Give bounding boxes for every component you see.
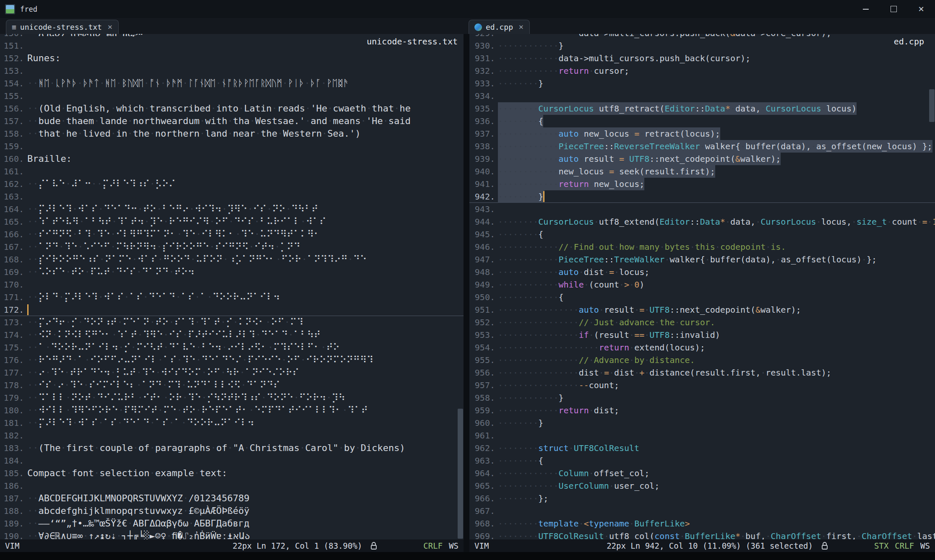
buffer-line[interactable]: 966.········}; [469, 492, 935, 505]
buffer-line[interactable]: 156.··(Old·English,·which·transcribed·in… [0, 102, 464, 115]
pane-divider[interactable] [464, 34, 469, 552]
buffer-line[interactable]: 179.··⠩⠁⠇⠇·⠝⠕⠞·⠙⠊⠌⠥⠗⠃·⠊⠞⠂·⠕⠗·⠹⠑·⡊⠳⠝⠞⠗⠹⠰⠎… [0, 391, 464, 404]
buffer-line[interactable]: 170. [0, 278, 464, 291]
buffer-line[interactable]: 160.Braille: [0, 153, 464, 165]
buffer-line[interactable]: 186. [0, 480, 464, 492]
buffer-line[interactable]: 158.··that·he·lived·in·the·northern·land… [0, 127, 464, 140]
scrollbar-left[interactable] [457, 34, 464, 539]
buffer-line[interactable]: 929.················data->multi_cursors.… [469, 34, 935, 39]
buffer-line[interactable]: 937.············auto·new_locus·=·retract… [469, 127, 935, 140]
buffer-line[interactable]: 942.········} [469, 190, 935, 203]
buffer-line[interactable]: 951.················auto·result·=·UTF8::… [469, 303, 935, 316]
buffer-line[interactable]: 187.··ABCDEFGHIJKLMNOPQRSTUVWXYZ·/012345… [0, 492, 464, 505]
buffer-line[interactable]: 956.················dist·=·dist·+·distan… [469, 366, 935, 379]
buffer-line[interactable]: 188.··abcdefghijklmnopqrstuvwxyz·£©µÀÆÖÞ… [0, 505, 464, 517]
scrollbar-right[interactable] [929, 34, 935, 539]
buffer-line[interactable]: 964.············Column·offset_col; [469, 467, 935, 480]
buffer-line[interactable]: 962.········struct·UTF8ColResult [469, 442, 935, 454]
buffer-line[interactable]: 944.········CursorLocus·utf8_extend(Edit… [469, 215, 935, 228]
buffer-line[interactable]: 166.··⠎⠊⠛⠝⠫·⠃⠹·⠹⠑·⠊⠇⠻⠛⠹⠍⠁⠝⠂·⠹⠑·⠊⠇⠻⠅⠂·⠹⠑·… [0, 228, 464, 241]
maximize-button[interactable] [880, 0, 907, 18]
buffer-line[interactable]: 931.············data->multi_cursors.push… [469, 52, 935, 65]
buffer-line[interactable]: 943. [469, 203, 935, 215]
buffer-line[interactable]: 173.··⡍⠔⠙⠖·⡊·⠙⠕⠝⠰⠞·⠍⠑⠁⠝·⠞⠕·⠎⠁⠹·⠹⠁⠞·⡊·⠅⠝⠪… [0, 316, 464, 329]
buffer-line[interactable]: 936.········{ [469, 115, 935, 127]
buffer-line[interactable]: 162.··⡌⠁⠧⠑·⠼⠁⠒··⡍⠜⠇⠑⠹⠰⠎·⡣⠕⠌ [0, 178, 464, 190]
buffer-line[interactable]: 952.················//·Just·advance·the·… [469, 316, 935, 329]
buffer-line[interactable]: 946.············//·Find·out·how·many·byt… [469, 241, 935, 253]
tab-close-icon[interactable]: ✕ [518, 23, 524, 31]
buffer-line[interactable]: 934. [469, 90, 935, 102]
buffer-line[interactable]: 948.············auto·dist·=·locus; [469, 266, 935, 278]
buffer-line[interactable]: 174.··⠪⠝·⠅⠝⠪⠇⠫⠛⠑⠂·⠱⠁⠞·⠹⠻⠑·⠊⠎·⠏⠜⠞⠊⠊⠥⠇⠜⠇⠹·… [0, 329, 464, 341]
editor-pane-right[interactable]: 929.················data->multi_cursors.… [469, 34, 935, 552]
buffer-line[interactable]: 959.············return·dist; [469, 404, 935, 417]
buffer-line[interactable]: 180.··⠺⠊⠇⠇·⠹⠻⠑⠋⠕⠗⠑·⠏⠻⠍⠊⠞·⠍⠑·⠞⠕·⠗⠑⠏⠑⠁⠞⠂·⠑… [0, 404, 464, 417]
buffer-line[interactable]: 164.··⡍⠜⠇⠑⠹·⠺⠁⠎·⠙⠑⠁⠙⠒·⠞⠕·⠃⠑⠛⠔·⠺⠊⠹⠲·⡹⠻⠑·⠊… [0, 203, 464, 215]
buffer-line[interactable]: 940.············new_locus·=·seek(result.… [469, 165, 935, 178]
tab-ed-cpp[interactable]: ed.cpp ✕ [469, 20, 530, 34]
buffer-line[interactable]: 935.········CursorLocus·utf8_retract(Edi… [469, 102, 935, 115]
buffer-line[interactable]: 947.············PieceTree::TreeWalker·wa… [469, 253, 935, 266]
buffer-line[interactable]: 181.··⡍⠜⠇⠑⠹·⠺⠁⠎·⠁⠎·⠙⠑⠁⠙·⠁⠎·⠁·⠙⠕⠕⠗⠤⠝⠁⠊⠇⠲ [0, 417, 464, 429]
buffer-line[interactable]: 185.Compact·font·selection·example·text: [0, 467, 464, 480]
buffer-line[interactable]: 189.··–—‘“”„†•…‰™œŠŸž€·ΑΒΓΔΩαβγδω·АБВГДа… [0, 517, 464, 530]
buffer-line[interactable]: 159. [0, 140, 464, 153]
buffer-line[interactable]: 941.············return·new_locus; [469, 178, 935, 190]
buffer-line[interactable]: 178.··⠊⠎·⠔·⠹⠑·⠎⠊⠍⠊⠇⠑⠆·⠁⠝⠙·⠍⠹·⠥⠝⠙⠁⠇⠇⠪⠫·⠙⠁… [0, 379, 464, 391]
buffer-line[interactable]: 175.··⠁·⠙⠕⠕⠗⠤⠝⠁⠊⠇⠲·⡊·⠍⠊⠣⠞·⠙⠁⠧⠑·⠃⠑⠲·⠔⠊⠇⠔⠫… [0, 341, 464, 354]
buffer-line[interactable]: 184. [0, 454, 464, 467]
buffer-line[interactable]: 152.Runes: [0, 52, 464, 65]
buffer-line[interactable]: 169.··⠡⠕⠎⠑·⠞⠕·⠏⠥⠞·⠙⠊⠎·⠙⠁⠝⠙·⠞⠕⠲ [0, 266, 464, 278]
buffer-line[interactable]: 183.··(The·first·couple·of·paragraphs·of… [0, 442, 464, 454]
tab-unicode-stress-txt[interactable]: ≡ unicode-stress.txt ✕ [6, 20, 119, 34]
buffer-line[interactable]: 176.··⠗⠑⠛⠜⠙·⠁·⠊⠕⠋⠋⠔⠤⠝⠁⠊⠇·⠁⠎·⠹⠑·⠙⠑⠁⠙⠑⠌·⠏⠊… [0, 354, 464, 366]
minimize-button[interactable] [852, 0, 880, 18]
text-buffer-left[interactable]: 150.··እግርህን·በፍራሽህ·ልክ·ዘርጋ።151.152.Runes:1… [0, 34, 464, 542]
buffer-line[interactable]: 157.··bude·thaem·lande·northweardum·with… [0, 115, 464, 127]
buffer-line[interactable]: 930.············} [469, 39, 935, 52]
buffer-line[interactable]: 960.········} [469, 417, 935, 429]
whitespace-dots: · [201, 367, 207, 378]
buffer-line[interactable]: 155. [0, 90, 464, 102]
tab-close-icon[interactable]: ✕ [107, 23, 113, 31]
buffer-line[interactable]: 938.············PieceTree::ReverseTreeWa… [469, 140, 935, 153]
whitespace-dots: ········ [498, 217, 538, 227]
buffer-line[interactable]: 172. [0, 303, 464, 316]
buffer-line[interactable]: 955.················//·Advance·by·distan… [469, 354, 935, 366]
buffer-line[interactable]: 945.········{ [469, 228, 935, 241]
buffer-line[interactable]: 154.··ᚻᛖ·ᚳᚹᚫᚦ·ᚦᚫᛏ·ᚻᛖ·ᛒᚢᛞᛖ·ᚩᚾ·ᚦᚫᛗ·ᛚᚪᚾᛞᛖ·ᚾ… [0, 77, 464, 90]
buffer-line[interactable]: 933.········} [469, 77, 935, 90]
titlebar[interactable]: fred ✕ [0, 0, 935, 18]
buffer-line[interactable]: 171.··⡕⠇⠙·⡍⠜⠇⠑⠹·⠺⠁⠎·⠁⠎·⠙⠑⠁⠙·⠁⠎·⠁·⠙⠕⠕⠗⠤⠝⠁… [0, 291, 464, 303]
buffer-line[interactable]: 963.········{ [469, 454, 935, 467]
close-button[interactable]: ✕ [907, 0, 935, 18]
buffer-line[interactable]: 957.················--count; [469, 379, 935, 391]
buffer-line[interactable]: 153. [0, 65, 464, 77]
buffer-line[interactable]: 161. [0, 165, 464, 178]
buffer-line[interactable]: 949.············while·(count·>·0) [469, 278, 935, 291]
buffer-line[interactable]: 953.················if·(result·==·UTF8::… [469, 329, 935, 341]
editor-pane-left[interactable]: 150.··እግርህን·በፍራሽህ·ልክ·ዘርጋ።151.152.Runes:1… [0, 34, 464, 552]
buffer-line[interactable]: 968.········template·<typename·BufferLik… [469, 517, 935, 530]
code-token: ⠁ [78, 355, 84, 365]
buffer-line[interactable]: 932.············return·cursor; [469, 65, 935, 77]
status-badge: WS [920, 541, 930, 550]
buffer-line[interactable]: 965.············UserColumn·user_col; [469, 480, 935, 492]
buffer-line[interactable]: 182. [0, 429, 464, 442]
buffer-line[interactable]: 950.············{ [469, 291, 935, 303]
buffer-line[interactable]: 961. [469, 429, 935, 442]
buffer-line[interactable]: 967. [469, 505, 935, 517]
buffer-line[interactable]: 958.············} [469, 391, 935, 404]
buffer-line[interactable]: 163. [0, 190, 464, 203]
scrollbar-thumb[interactable] [458, 409, 463, 539]
buffer-line[interactable]: 954.····················return·extend(lo… [469, 341, 935, 354]
buffer-line[interactable]: 165.··⠱⠁⠞⠑⠧⠻·⠁⠃⠳⠞·⠹⠁⠞⠲·⡹⠑·⠗⠑⠛⠊⠌⠻·⠕⠋·⠙⠊⠎·… [0, 215, 464, 228]
scrollbar-thumb[interactable] [929, 89, 935, 122]
buffer-line[interactable]: 168.··⡎⠊⠗⠕⠕⠛⠑⠰⠎·⠝⠁⠍⠑·⠺⠁⠎·⠛⠕⠕⠙·⠥⠏⠕⠝·⠰⡡⠁⠝⠛… [0, 253, 464, 266]
buffer-line[interactable]: 939.············auto·result·=·UTF8::next… [469, 153, 935, 165]
text-buffer-right[interactable]: 929.················data->multi_cursors.… [469, 34, 935, 542]
whitespace-dots: · [288, 329, 294, 340]
buffer-line[interactable]: 177.··⠔·⠹⠑·⠞⠗⠁⠙⠑⠲·⡃⠥⠞·⠹⠑·⠺⠊⠎⠙⠕⠍·⠕⠋·⠳⠗·⠁⠝… [0, 366, 464, 379]
buffer-line[interactable]: 167.··⠁⠝⠙·⠹⠑·⠡⠊⠑⠋·⠍⠳⠗⠝⠻⠲·⡎⠊⠗⠕⠕⠛⠑·⠎⠊⠛⠝⠫·⠊… [0, 241, 464, 253]
